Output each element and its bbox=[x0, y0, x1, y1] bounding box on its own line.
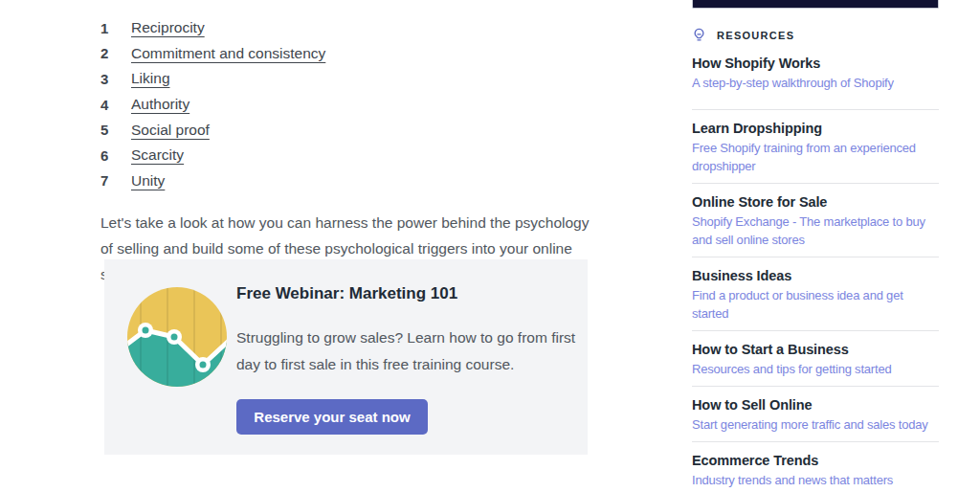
resource-item-ecommerce-trends: Ecommerce Trends Industry trends and new… bbox=[692, 452, 939, 492]
resource-link[interactable]: Industry trends and news that matters bbox=[692, 471, 939, 489]
toc-link-unity[interactable]: Unity bbox=[131, 172, 165, 190]
sidebar-card-bottom-bar bbox=[692, 0, 939, 9]
toc-number: 2 bbox=[100, 45, 131, 61]
toc-item: 7 Unity bbox=[100, 168, 590, 194]
toc-item: 3 Liking bbox=[100, 66, 590, 92]
toc-item: 5 Social proof bbox=[100, 117, 590, 143]
toc-number: 3 bbox=[100, 71, 131, 87]
webinar-promo-card: Free Webinar: Marketing 101 Struggling t… bbox=[104, 259, 588, 455]
toc-link-social-proof[interactable]: Social proof bbox=[131, 122, 210, 139]
toc-link-commitment-and-consistency[interactable]: Commitment and consistency bbox=[131, 45, 325, 62]
blog-article-page: 1 Reciprocity 2 Commitment and consisten… bbox=[0, 0, 980, 492]
resource-title: How to Start a Business bbox=[692, 341, 939, 358]
toc-item: 6 Scarcity bbox=[100, 143, 590, 168]
resource-item-how-to-start-a-business: How to Start a Business Resources and ti… bbox=[692, 341, 939, 387]
toc-item: 4 Authority bbox=[100, 92, 590, 118]
article-content: 1 Reciprocity 2 Commitment and consisten… bbox=[100, 15, 590, 287]
toc-link-liking[interactable]: Liking bbox=[131, 70, 170, 87]
lightbulb-icon bbox=[692, 28, 706, 42]
resource-link[interactable]: Shopify Exchange - The marketplace to bu… bbox=[692, 212, 939, 249]
toc-number: 5 bbox=[100, 122, 131, 138]
resource-title: Business Ideas bbox=[692, 267, 939, 284]
resource-list: How Shopify Works A step-by-step walkthr… bbox=[692, 55, 939, 492]
resource-item-business-ideas: Business Ideas Find a product or busines… bbox=[692, 267, 939, 331]
resources-sidebar: RESOURCES How Shopify Works A step-by-st… bbox=[692, 0, 939, 492]
resource-title: How Shopify Works bbox=[692, 55, 939, 72]
resource-link[interactable]: Start generating more traffic and sales … bbox=[692, 415, 939, 434]
webinar-description: Struggling to grow sales? Learn how to g… bbox=[236, 324, 581, 378]
resource-item-online-store-for-sale: Online Store for Sale Shopify Exchange -… bbox=[692, 193, 939, 257]
toc-number: 7 bbox=[100, 172, 131, 189]
resource-title: Online Store for Sale bbox=[692, 193, 939, 211]
resource-title: Learn Dropshipping bbox=[692, 120, 939, 137]
resource-item-how-shopify-works: How Shopify Works A step-by-step walkthr… bbox=[692, 55, 939, 110]
table-of-contents: 1 Reciprocity 2 Commitment and consisten… bbox=[100, 15, 590, 193]
toc-number: 1 bbox=[100, 20, 131, 36]
resource-link[interactable]: Free Shopify training from an experience… bbox=[692, 139, 939, 175]
toc-item: 1 Reciprocity bbox=[100, 15, 590, 41]
toc-number: 4 bbox=[100, 97, 131, 113]
reserve-seat-button[interactable]: Reserve your seat now bbox=[236, 399, 428, 435]
toc-item: 2 Commitment and consistency bbox=[100, 41, 590, 67]
resource-link[interactable]: A step-by-step walkthrough of Shopify bbox=[692, 74, 939, 92]
resource-link[interactable]: Resources and tips for getting started bbox=[692, 360, 939, 378]
resources-label: RESOURCES bbox=[717, 30, 794, 41]
toc-link-reciprocity[interactable]: Reciprocity bbox=[131, 19, 205, 36]
resource-link[interactable]: Find a product or business idea and get … bbox=[692, 286, 939, 323]
webinar-title: Free Webinar: Marketing 101 bbox=[236, 284, 457, 303]
resource-item-learn-dropshipping: Learn Dropshipping Free Shopify training… bbox=[692, 120, 939, 184]
resource-item-how-to-sell-online: How to Sell Online Start generating more… bbox=[692, 396, 939, 442]
toc-number: 6 bbox=[100, 147, 131, 164]
resource-title: Ecommerce Trends bbox=[692, 452, 939, 469]
resources-header: RESOURCES bbox=[692, 28, 939, 42]
toc-link-scarcity[interactable]: Scarcity bbox=[131, 146, 184, 164]
resource-title: How to Sell Online bbox=[692, 396, 939, 414]
line-chart-circle-icon bbox=[127, 287, 227, 387]
toc-link-authority[interactable]: Authority bbox=[131, 96, 189, 113]
